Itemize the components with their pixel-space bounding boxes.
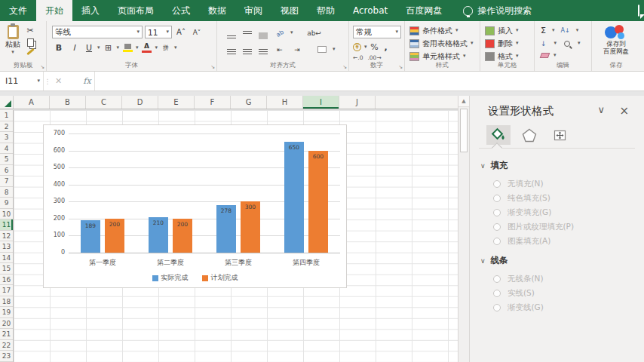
- menu-tab-插入[interactable]: 插入: [72, 0, 109, 21]
- paste-button[interactable]: 粘贴 ▾: [2, 24, 23, 56]
- tell-me-assistant[interactable]: 操作说明搜索: [463, 0, 532, 21]
- wrap-text-button[interactable]: ab↩: [308, 27, 321, 39]
- row-header-20[interactable]: 20: [0, 318, 13, 330]
- decrease-indent-button[interactable]: ⇤: [273, 44, 287, 56]
- fill-color-button[interactable]: [121, 41, 134, 54]
- section-header-1[interactable]: ∨线条: [480, 255, 639, 266]
- italic-button[interactable]: I: [67, 41, 81, 54]
- column-header-J[interactable]: J: [339, 96, 376, 109]
- column-header-G[interactable]: G: [231, 96, 267, 109]
- row-header-16[interactable]: 16: [0, 275, 13, 286]
- menu-tab-视图[interactable]: 视图: [271, 0, 308, 21]
- radio-option-0-1[interactable]: 纯色填充(S): [480, 191, 639, 205]
- vertical-scrollbar[interactable]: ▲: [458, 96, 469, 362]
- row-header-8[interactable]: 8: [0, 187, 13, 198]
- column-header-F[interactable]: F: [195, 96, 231, 109]
- decrease-decimal-button[interactable]: .00→: [367, 54, 381, 61]
- radio-option-1-1[interactable]: 实线(S): [480, 286, 639, 300]
- pane-close-button[interactable]: ×: [619, 104, 629, 118]
- menu-tab-百度网盘[interactable]: 百度网盘: [397, 0, 451, 21]
- cells-item-1[interactable]: 删除▾: [485, 37, 532, 50]
- menu-tab-数据[interactable]: 数据: [199, 0, 235, 21]
- row-header-18[interactable]: 18: [0, 296, 13, 308]
- column-header-C[interactable]: C: [86, 96, 122, 109]
- increase-indent-button[interactable]: ⇥: [290, 44, 304, 56]
- merge-center-button[interactable]: [315, 44, 329, 56]
- row-header-17[interactable]: 17: [0, 285, 13, 296]
- chart-bar-实际完成-第四季度[interactable]: [284, 142, 304, 253]
- column-header-D[interactable]: D: [122, 96, 158, 109]
- legend-item-计划完成[interactable]: 计划完成: [202, 273, 238, 283]
- phonetic-guide-button[interactable]: 拼: [159, 41, 173, 54]
- sort-filter-button[interactable]: A↓: [560, 27, 569, 34]
- find-select-button[interactable]: [564, 41, 570, 47]
- formula-input[interactable]: [94, 72, 644, 90]
- row-header-12[interactable]: 12: [0, 231, 13, 242]
- autosum-button[interactable]: Σ: [541, 26, 546, 35]
- underline-button[interactable]: U: [82, 41, 96, 54]
- increase-font-button[interactable]: A˄: [174, 26, 188, 38]
- column-header-I[interactable]: I: [303, 96, 339, 109]
- align-right-button[interactable]: [257, 43, 269, 56]
- clear-button[interactable]: [540, 53, 550, 58]
- column-header-H[interactable]: H: [267, 96, 303, 109]
- row-header-6[interactable]: 6: [0, 165, 13, 176]
- pane-collapse-button[interactable]: ∨: [597, 104, 605, 115]
- decrease-font-button[interactable]: A˅: [190, 26, 204, 38]
- insert-function-button[interactable]: fx: [80, 76, 94, 86]
- orientation-button[interactable]: ab: [271, 24, 289, 41]
- row-header-2[interactable]: 2: [0, 121, 13, 133]
- align-top-button[interactable]: [225, 26, 238, 39]
- column-header-A[interactable]: A: [14, 96, 50, 109]
- row-header-21[interactable]: 21: [0, 329, 13, 340]
- row-header-4[interactable]: 4: [0, 143, 13, 155]
- font-dialog-launcher[interactable]: ↘: [210, 64, 215, 70]
- row-header-22[interactable]: 22: [0, 340, 13, 351]
- radio-option-0-0[interactable]: 无填充(N): [480, 176, 639, 191]
- row-header-5[interactable]: 5: [0, 154, 13, 165]
- row-header-3[interactable]: 3: [0, 132, 13, 143]
- radio-option-0-4[interactable]: 图案填充(A): [480, 234, 639, 248]
- font-size-select[interactable]: 11▾: [145, 26, 172, 38]
- cut-button[interactable]: ✂: [23, 24, 37, 36]
- tab-effects[interactable]: [517, 125, 541, 145]
- tab-size-properties[interactable]: [548, 125, 572, 145]
- borders-button[interactable]: ⊞: [102, 41, 115, 54]
- menu-tab-开始[interactable]: 开始: [36, 0, 72, 21]
- legend-item-实际完成[interactable]: 实际完成: [152, 273, 189, 283]
- number-format-select[interactable]: 常规▾: [353, 26, 401, 38]
- radio-option-1-2[interactable]: 渐变线(G): [480, 300, 639, 314]
- accounting-format-button[interactable]: ¥: [353, 43, 361, 51]
- copy-button[interactable]: [23, 36, 37, 48]
- align-middle-button[interactable]: [241, 26, 253, 39]
- bold-button[interactable]: B: [52, 41, 66, 54]
- font-color-button[interactable]: A: [140, 41, 154, 54]
- menu-tab-公式[interactable]: 公式: [163, 0, 199, 21]
- section-header-0[interactable]: ∨填充: [480, 160, 639, 171]
- scrollbar-thumb[interactable]: [460, 109, 468, 152]
- row-header-9[interactable]: 9: [0, 198, 13, 209]
- radio-option-1-0[interactable]: 无线条(N): [480, 272, 639, 286]
- format-painter-button[interactable]: [23, 48, 37, 60]
- row-header-11[interactable]: 11: [0, 219, 13, 231]
- menu-tab-Acrobat[interactable]: Acrobat: [344, 0, 397, 21]
- font-name-select[interactable]: 等线▾: [52, 26, 143, 38]
- align-center-button[interactable]: [241, 43, 253, 56]
- column-header-B[interactable]: B: [50, 96, 86, 109]
- save-to-baidu-button[interactable]: 保存到 百度网盘: [594, 24, 638, 56]
- cells-item-0[interactable]: 插入▾: [485, 24, 532, 37]
- select-all-button[interactable]: [0, 96, 14, 109]
- styles-item-0[interactable]: 条件格式▾: [409, 24, 477, 37]
- row-header-13[interactable]: 13: [0, 241, 13, 253]
- menu-tab-审阅[interactable]: 审阅: [235, 0, 271, 21]
- name-box[interactable]: I11 ▾: [0, 72, 44, 90]
- align-left-button[interactable]: [225, 43, 238, 56]
- comments-button[interactable]: [638, 5, 639, 16]
- scroll-up-icon[interactable]: ▲: [458, 96, 469, 107]
- increase-decimal-button[interactable]: ←.0: [353, 54, 363, 61]
- menu-tab-文件[interactable]: 文件: [0, 0, 36, 21]
- menu-tab-页面布局[interactable]: 页面布局: [109, 0, 163, 21]
- row-header-7[interactable]: 7: [0, 176, 13, 187]
- row-header-14[interactable]: 14: [0, 253, 13, 264]
- percent-style-button[interactable]: %: [370, 41, 379, 53]
